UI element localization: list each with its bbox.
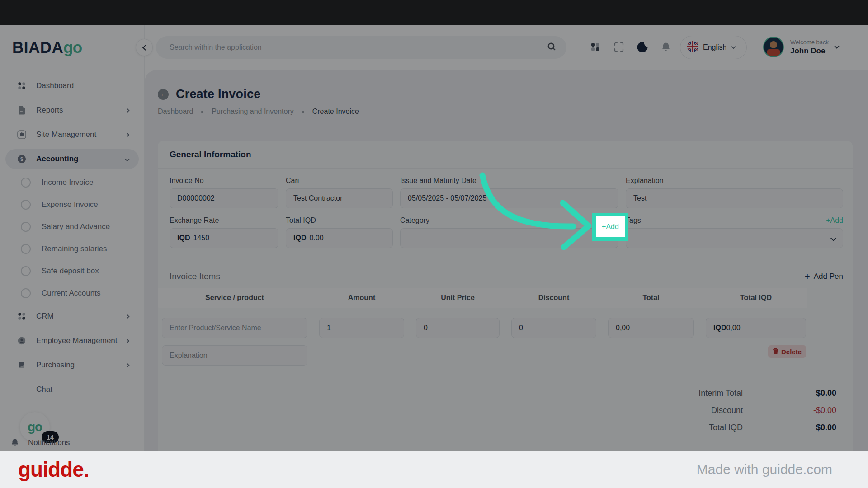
category-add-button-highlighted[interactable]: +Add: [592, 213, 628, 241]
guidde-footer: guidde. Made with guidde.com: [0, 451, 868, 488]
dim-overlay: [0, 0, 868, 451]
guidde-logo: guidde.: [18, 457, 89, 482]
made-with-text: Made with guidde.com: [697, 462, 832, 477]
annotation-arrow: [470, 160, 597, 258]
app-window: BIADAgo Dashboard Reports Site Manageme: [0, 0, 868, 488]
